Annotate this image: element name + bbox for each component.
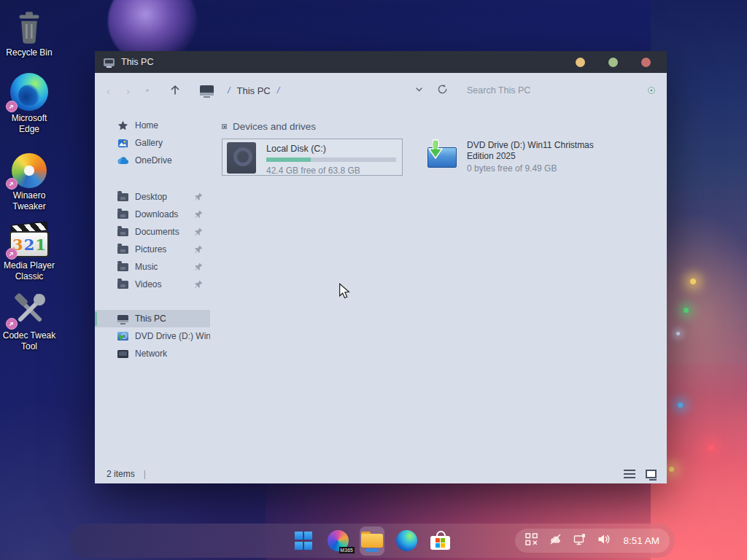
pin-icon — [194, 192, 203, 203]
collapse-section-icon[interactable] — [222, 124, 227, 129]
refresh-icon[interactable] — [437, 84, 448, 97]
sidebar-item-this-pc[interactable]: This PC — [95, 310, 210, 327]
taskbar-store-button[interactable] — [428, 529, 453, 553]
drive-name: DVD Drive (D:) Win11 Christmas Edition 2… — [467, 140, 598, 162]
desktop-icon-codec-tool[interactable]: ➜ Codec Tweak Tool — [1, 286, 57, 352]
m365-badge: M365 — [339, 547, 355, 553]
clock[interactable]: 8:51 AM — [622, 535, 659, 546]
sidebar-label: Music — [135, 262, 158, 272]
sidebar-item-network[interactable]: Network — [95, 345, 210, 362]
tree-light — [708, 445, 714, 451]
sidebar-item-videos[interactable]: Videos — [95, 276, 210, 293]
desktop-icon-label: Microsoft Edge — [1, 113, 57, 135]
tree-light — [690, 279, 696, 284]
explorer-statusbar: 2 items | — [95, 464, 667, 483]
desktop: Recycle Bin ➜ Microsoft Edge ➜ Winaero T… — [0, 0, 747, 560]
search-options-icon[interactable] — [648, 87, 655, 94]
dvd-icon — [117, 330, 128, 342]
edge-browser-icon — [396, 530, 417, 551]
volume-icon[interactable] — [597, 534, 611, 548]
start-button[interactable] — [291, 529, 316, 553]
window-titlebar[interactable]: This PC — [95, 51, 667, 73]
large-icons-view-icon[interactable] — [646, 470, 657, 478]
sidebar-item-onedrive[interactable]: OneDrive — [95, 152, 210, 169]
drive-local-disk[interactable]: Local Disk (C:) 42.4 GB free of 63.8 GB — [222, 139, 403, 176]
network-icon — [117, 348, 128, 359]
sidebar-label: Videos — [135, 279, 161, 289]
sidebar-label: Home — [135, 120, 158, 131]
star-icon — [117, 120, 128, 131]
cloud-offline-icon[interactable] — [549, 534, 562, 548]
sidebar-label: Pictures — [135, 244, 166, 254]
history-icon[interactable] — [146, 89, 149, 92]
pin-icon — [194, 245, 203, 256]
address-dropdown-icon[interactable] — [414, 85, 424, 96]
sidebar-label: DVD Drive (D:) Win11 — [135, 331, 210, 341]
explorer-toolbar: ‹ › / This PC / — [95, 73, 667, 108]
desktop-icon-mpc[interactable]: 321 ➜ Media Player Classic — [1, 216, 57, 282]
pin-icon — [194, 280, 203, 291]
sidebar-item-music[interactable]: Music — [95, 258, 210, 276]
taskbar: M365 — [69, 524, 675, 558]
network-display-icon[interactable] — [573, 533, 587, 548]
close-button[interactable] — [641, 58, 651, 67]
maximize-button[interactable] — [608, 58, 618, 67]
sidebar-item-dvd-drive[interactable]: DVD Drive (D:) Win11 — [95, 327, 210, 345]
drive-dvd[interactable]: DVD Drive (D:) Win11 Christmas Edition 2… — [426, 139, 598, 176]
sidebar-item-gallery[interactable]: Gallery — [95, 134, 210, 152]
folder-icon — [117, 279, 128, 290]
hard-drive-icon — [227, 142, 256, 174]
back-icon[interactable]: ‹ — [107, 85, 110, 97]
edge-browser-icon: ➜ — [1, 71, 57, 111]
desktop-icon-edge[interactable]: ➜ Microsoft Edge — [1, 71, 57, 135]
details-view-icon[interactable] — [624, 470, 635, 478]
minimize-button[interactable] — [576, 58, 585, 67]
explorer-content: Devices and drives Local Disk (C:) 42.4 … — [210, 108, 667, 464]
explorer-sidebar: Home Gallery OneDrive Des — [95, 108, 210, 464]
desktop-icon-label: Media Player Classic — [1, 260, 57, 282]
window-title: This PC — [121, 57, 153, 67]
up-icon[interactable] — [169, 84, 181, 98]
pin-icon — [194, 262, 203, 273]
tree-light — [678, 402, 683, 408]
sidebar-item-desktop[interactable]: Desktop — [95, 188, 210, 206]
taskbar-edge-button[interactable] — [394, 529, 419, 553]
taskbar-copilot-button[interactable]: M365 — [325, 529, 350, 553]
sidebar-item-pictures[interactable]: Pictures — [95, 241, 210, 258]
pin-icon — [194, 210, 203, 221]
system-tray: 8:51 AM — [515, 529, 670, 553]
crossed-tools-icon: ➜ — [1, 286, 57, 328]
sidebar-label: Downloads — [135, 209, 178, 219]
sidebar-label: Gallery — [135, 138, 163, 148]
dvd-drive-icon — [426, 140, 458, 169]
monitor-icon — [117, 313, 128, 324]
desktop-icon-winaero[interactable]: ➜ Winaero Tweaker — [1, 149, 57, 212]
pin-icon — [194, 228, 203, 238]
drive-name: Local Disk (C:) — [266, 144, 396, 154]
tray-grid-icon[interactable] — [525, 533, 538, 548]
taskbar-explorer-button[interactable] — [360, 529, 384, 553]
folder-icon — [117, 191, 128, 203]
sidebar-item-documents[interactable]: Documents — [95, 223, 210, 241]
drive-info: 0 bytes free of 9.49 GB — [467, 163, 598, 174]
clapperboard-321-icon: 321 ➜ — [1, 216, 57, 258]
drive-info: 42.4 GB free of 63.8 GB — [266, 166, 396, 176]
winaero-pinwheel-icon: ➜ — [1, 149, 57, 188]
sidebar-item-downloads[interactable]: Downloads — [95, 206, 210, 223]
sidebar-item-home[interactable]: Home — [95, 117, 210, 134]
microsoft-store-icon — [430, 531, 451, 551]
desktop-icon-label: Codec Tweak Tool — [1, 330, 57, 352]
status-separator: | — [144, 469, 146, 479]
tree-light — [669, 467, 674, 472]
shortcut-arrow-icon: ➜ — [6, 318, 18, 330]
desktop-icon-label: Recycle Bin — [1, 47, 57, 58]
sidebar-label: Network — [135, 349, 167, 359]
search-input[interactable] — [467, 85, 591, 96]
capacity-bar — [266, 158, 396, 162]
forward-icon[interactable]: › — [126, 85, 130, 97]
breadcrumb[interactable]: This PC — [236, 85, 270, 96]
folder-icon — [117, 244, 128, 255]
section-header[interactable]: Devices and drives — [222, 121, 667, 132]
onedrive-cloud-icon — [117, 155, 128, 166]
desktop-icon-recycle-bin[interactable]: Recycle Bin — [1, 6, 57, 58]
